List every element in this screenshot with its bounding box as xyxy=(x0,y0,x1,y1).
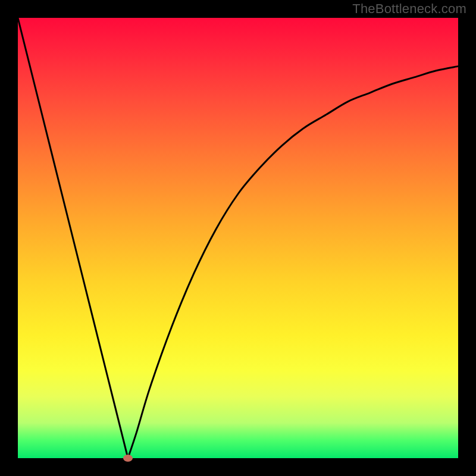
chart-container: TheBottleneck.com xyxy=(0,0,476,476)
curve-left xyxy=(18,18,128,458)
min-marker xyxy=(123,455,133,462)
curve-right xyxy=(128,66,458,458)
curve-svg xyxy=(18,18,458,458)
plot-area xyxy=(18,18,458,458)
watermark-text: TheBottleneck.com xyxy=(352,1,466,17)
